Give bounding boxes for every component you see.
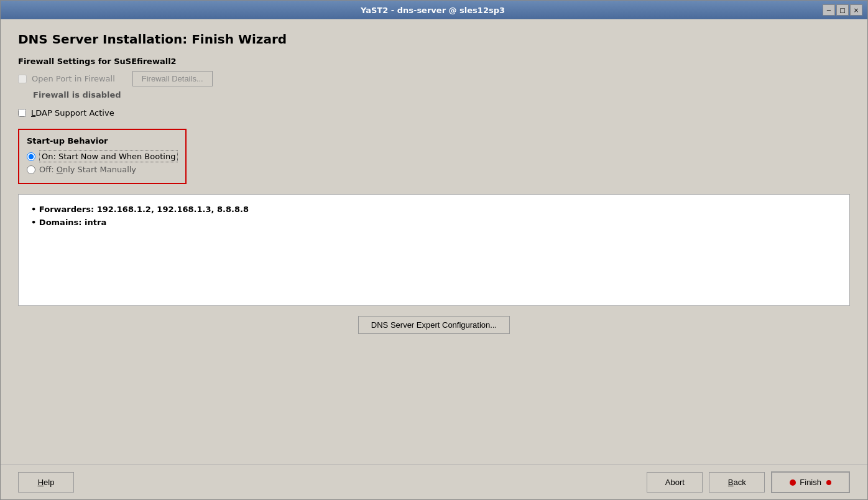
bottom-bar: Help Abort Back Finish xyxy=(1,465,867,499)
finish-dot-icon xyxy=(790,479,796,486)
open-port-row: Open Port in Firewall Firewall Details..… xyxy=(18,71,850,86)
window-title: YaST2 - dns-server @ sles12sp3 xyxy=(43,6,823,15)
bottom-left-buttons: Help xyxy=(18,472,74,493)
ldap-section: LDAP Support Active xyxy=(18,108,850,118)
firewall-section: Firewall Settings for SuSEfirewall2 Open… xyxy=(18,57,850,100)
help-button[interactable]: Help xyxy=(18,472,74,493)
startup-section-label: Start-up Behavior xyxy=(27,136,178,146)
summary-item-forwarders: • Forwarders: 192.168.1.2, 192.168.1.3, … xyxy=(31,205,837,214)
firewall-details-button[interactable]: Firewall Details... xyxy=(132,71,213,86)
startup-on-label: On: Start Now and When Booting xyxy=(39,150,178,162)
startup-section: Start-up Behavior On: Start Now and When… xyxy=(18,129,187,184)
abort-button[interactable]: Abort xyxy=(647,472,703,493)
main-window: YaST2 - dns-server @ sles12sp3 − □ × DNS… xyxy=(0,0,868,500)
open-port-checkbox[interactable] xyxy=(18,75,27,83)
minimize-button[interactable]: − xyxy=(823,4,835,16)
ldap-checkbox[interactable] xyxy=(18,109,26,117)
finish-label: Finish xyxy=(800,478,821,487)
summary-item-domains: • Domains: intra xyxy=(31,218,837,227)
bottom-right-buttons: Abort Back Finish xyxy=(647,471,850,493)
close-button[interactable]: × xyxy=(850,4,862,16)
expert-config-button[interactable]: DNS Server Expert Configuration... xyxy=(358,316,510,334)
finish-dot-after-icon xyxy=(826,480,831,485)
title-bar: YaST2 - dns-server @ sles12sp3 − □ × xyxy=(1,1,867,19)
content-area: DNS Server Installation: Finish Wizard F… xyxy=(1,19,867,465)
summary-box: • Forwarders: 192.168.1.2, 192.168.1.3, … xyxy=(18,194,850,306)
back-button[interactable]: Back xyxy=(709,472,765,493)
finish-button[interactable]: Finish xyxy=(771,471,850,493)
startup-on-radio[interactable] xyxy=(27,152,35,161)
startup-off-label: Off: Only Start Manually xyxy=(39,165,136,174)
firewall-disabled-text: Firewall is disabled xyxy=(33,90,850,100)
ldap-label: LDAP Support Active xyxy=(31,108,114,118)
startup-off-radio[interactable] xyxy=(27,165,35,174)
title-bar-buttons: − □ × xyxy=(823,4,862,16)
maximize-button[interactable]: □ xyxy=(836,4,849,16)
open-port-label: Open Port in Firewall xyxy=(32,74,115,83)
expert-config-row: DNS Server Expert Configuration... xyxy=(18,316,850,334)
firewall-section-label: Firewall Settings for SuSEfirewall2 xyxy=(18,57,850,66)
startup-on-row: On: Start Now and When Booting xyxy=(27,150,178,162)
startup-off-row: Off: Only Start Manually xyxy=(27,165,178,174)
page-title: DNS Server Installation: Finish Wizard xyxy=(18,32,850,47)
